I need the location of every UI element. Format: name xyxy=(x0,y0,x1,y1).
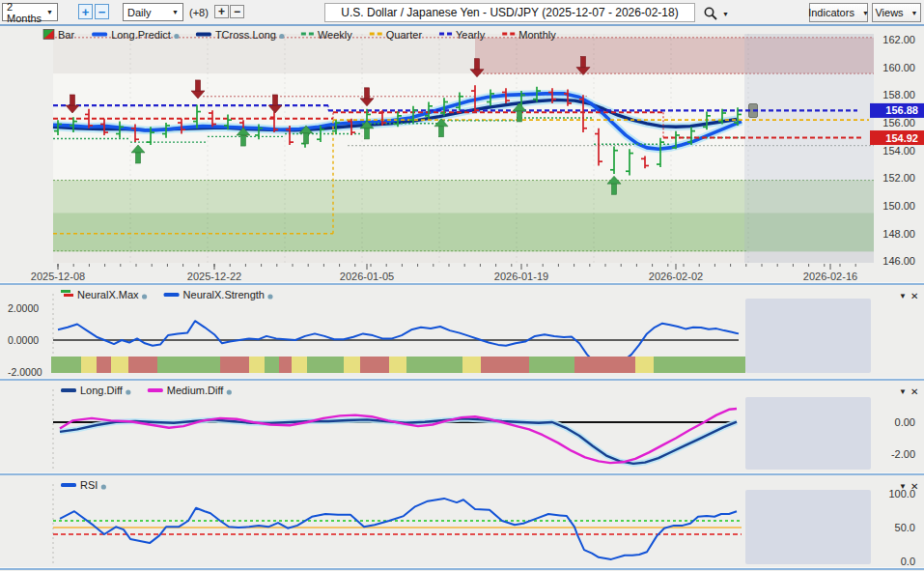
time-axis-label: 2025-12-22 xyxy=(187,271,241,282)
price-axis-label: 162.00 xyxy=(882,34,915,45)
medium-diff-line xyxy=(60,409,737,463)
caret-down-icon: ▼ xyxy=(722,11,729,17)
diff-axis-label: 0.00 xyxy=(895,416,915,428)
legend-item-neuralx-max[interactable]: NeuralX.Max xyxy=(61,289,147,300)
legend-item-long-diff[interactable]: Long.Diff xyxy=(61,385,130,396)
info-dot-icon[interactable] xyxy=(279,34,284,39)
interval-select-value: Daily xyxy=(127,7,151,18)
time-axis: 2025-12-082025-12-222026-01-052026-01-19… xyxy=(31,264,857,282)
indicators-menu-label: Indicators xyxy=(808,7,854,18)
neuralx-legend: NeuralX.MaxNeuralX.Strength xyxy=(61,289,273,300)
price-axis-label: 160.00 xyxy=(882,62,915,73)
info-dot-icon[interactable] xyxy=(101,484,106,489)
time-axis-label: 2025-12-08 xyxy=(31,271,85,282)
legend-label: Bar xyxy=(58,29,74,41)
time-axis-label: 2026-01-19 xyxy=(494,271,548,282)
caret-down-icon: ▼ xyxy=(911,10,918,16)
time-axis-label: 2026-02-02 xyxy=(649,271,703,282)
price-axis-label: 158.00 xyxy=(882,89,915,100)
caret-down-icon: ▼ xyxy=(862,10,869,16)
price-axis: 162.00160.00158.00156.00154.00152.00150.… xyxy=(870,34,924,267)
info-dot-icon[interactable] xyxy=(174,34,179,39)
future-zone xyxy=(745,397,871,470)
info-dot-icon[interactable] xyxy=(227,389,232,394)
price-axis-label: 150.00 xyxy=(882,200,915,212)
rsi-line xyxy=(60,499,737,559)
diff-legend: Long.DiffMedium.Diff xyxy=(61,385,232,396)
line-swatch-icon xyxy=(61,388,76,392)
legend-label: Yearly xyxy=(456,29,486,41)
future-zone xyxy=(745,490,871,564)
price-axis-label: 148.00 xyxy=(882,228,915,240)
range-zoom-in-button[interactable]: + xyxy=(78,4,93,19)
legend-label: RSI xyxy=(80,479,98,491)
neuralx-max-icon xyxy=(61,290,73,297)
chart-canvas: 162.00160.00158.00156.00154.00152.00150.… xyxy=(0,27,924,571)
neuralx-axis-label: 0.0000 xyxy=(8,334,39,346)
legend-label: TCross.Long xyxy=(215,29,276,41)
rsi-axis-label: 100.0 xyxy=(888,488,915,500)
indicators-menu-button[interactable]: Indicators ▼ xyxy=(809,3,868,22)
panel-close-button[interactable]: ✕ xyxy=(910,386,918,397)
legend-label: Quarter xyxy=(386,29,423,41)
range-zoom-out-button[interactable]: − xyxy=(95,4,109,19)
range-select[interactable]: 2 Months ▼ xyxy=(2,3,58,21)
range-select-value: 2 Months xyxy=(7,1,42,24)
line-swatch-icon xyxy=(148,388,163,392)
legend-item-medium-diff[interactable]: Medium.Diff xyxy=(148,385,232,396)
search-icon xyxy=(703,6,718,21)
caret-down-icon: ▼ xyxy=(46,9,53,15)
symbol-title-text: U.S. Dollar / Japanese Yen - USD/JPY (20… xyxy=(341,6,678,19)
panel-diff: ▼✕0.00-2.00 xyxy=(53,386,918,470)
views-menu-button[interactable]: Views ▼ xyxy=(872,3,921,22)
info-dot-icon[interactable] xyxy=(142,294,147,299)
interval-select[interactable]: Daily ▼ xyxy=(123,3,183,21)
offset-plus-button[interactable]: + xyxy=(214,5,229,18)
neuralx-axis-label: -2.0000 xyxy=(8,366,42,378)
panel-collapse-button[interactable]: ▼ xyxy=(899,292,907,300)
line-swatch-icon xyxy=(196,33,211,37)
views-menu-label: Views xyxy=(875,7,903,18)
legend-label: Medium.Diff xyxy=(167,385,224,396)
price-axis-label: 146.00 xyxy=(882,255,915,267)
future-zone xyxy=(744,34,874,263)
bars-offset-label: (+8) xyxy=(189,7,209,18)
legend-label: Long.Predict xyxy=(111,29,171,41)
legend-label: Monthly xyxy=(518,29,556,41)
panel-rsi: ▼✕100.050.00.0 xyxy=(53,481,918,567)
time-axis-label: 2026-02-16 xyxy=(803,271,857,282)
price-marker: 154.92 xyxy=(870,130,924,145)
legend-item-bar[interactable]: Bar xyxy=(43,29,74,41)
legend-label: Long.Diff xyxy=(80,385,124,396)
svg-text:156.88: 156.88 xyxy=(885,104,918,116)
symbol-search-button[interactable]: ▼ xyxy=(703,5,732,22)
legend-label: NeuralX.Max xyxy=(77,289,139,300)
legend-item-neuralx-strength[interactable]: NeuralX.Strength xyxy=(164,289,273,300)
main-price-chart xyxy=(43,34,874,263)
panel-collapse-button[interactable]: ▼ xyxy=(899,387,907,396)
caret-down-icon: ▼ xyxy=(172,9,179,15)
top-toolbar: 2 Months ▼ + − Daily ▼ (+8) + − U.S. Dol… xyxy=(0,0,924,26)
info-dot-icon[interactable] xyxy=(267,294,272,299)
legend-label: Weekly xyxy=(318,29,352,41)
legend-label: NeuralX.Strength xyxy=(183,289,265,300)
legend-item-rsi[interactable]: RSI xyxy=(61,479,106,491)
price-axis-label: 156.00 xyxy=(882,117,915,128)
time-axis-label: 2026-01-05 xyxy=(340,271,394,282)
rsi-legend: RSI xyxy=(61,479,106,491)
symbol-title-input[interactable]: U.S. Dollar / Japanese Yen - USD/JPY (20… xyxy=(324,3,695,22)
neuralx-strip xyxy=(51,357,745,373)
price-axis-label: 152.00 xyxy=(882,172,915,184)
line-swatch-icon xyxy=(61,483,76,487)
rsi-axis-label: 50.0 xyxy=(895,522,915,533)
diff-axis-label: -2.00 xyxy=(891,448,915,460)
future-zone xyxy=(745,299,871,373)
trading-app-window: { "toolbar": { "range_value": "2 Months"… xyxy=(0,0,924,571)
price-axis-label: 154.00 xyxy=(882,145,915,157)
chart-area: 162.00160.00158.00156.00154.00152.00150.… xyxy=(0,27,924,571)
info-dot-icon[interactable] xyxy=(126,389,130,394)
line-swatch-icon xyxy=(92,33,107,37)
panel-close-button[interactable]: ✕ xyxy=(910,291,918,301)
svg-text:154.92: 154.92 xyxy=(885,132,918,144)
offset-minus-button[interactable]: − xyxy=(230,5,244,18)
